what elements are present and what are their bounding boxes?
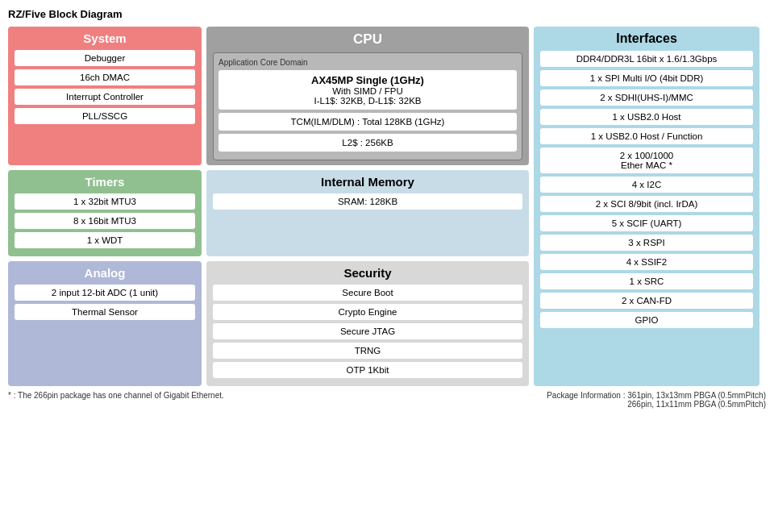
if-item-10: 4 x SSIF2 — [540, 254, 753, 270]
cpu-title: CPU — [213, 31, 522, 48]
security-block: Security Secure Boot Crypto Engine Secur… — [206, 261, 529, 386]
memory-item-0: SRAM: 128KB — [213, 193, 522, 210]
if-item-4: 1 x USB2.0 Host / Function — [540, 128, 753, 144]
cpu-l2: L2$ : 256KB — [218, 134, 517, 152]
timer-item-2: 1 x WDT — [15, 232, 195, 248]
memory-title: Internal Memory — [213, 175, 522, 189]
cpu-main-name: AX45MP Single (1GHz) — [223, 74, 512, 86]
system-item-pll: PLL/SSCG — [15, 108, 195, 124]
if-item-9: 3 x RSPI — [540, 235, 753, 251]
cpu-tcm: TCM(ILM/DLM) : Total 128KB (1GHz) — [218, 113, 517, 131]
if-item-11: 1 x SRC — [540, 273, 753, 289]
if-item-12: 2 x CAN-FD — [540, 293, 753, 309]
timer-item-1: 8 x 16bit MTU3 — [15, 213, 195, 229]
timer-item-0: 1 x 32bit MTU3 — [15, 193, 195, 210]
cpu-main-item: AX45MP Single (1GHz) With SIMD / FPU I-L… — [218, 70, 517, 110]
system-title: System — [15, 31, 195, 45]
analog-item-0: 2 input 12-bit ADC (1 unit) — [15, 285, 195, 301]
interfaces-title: Interfaces — [540, 31, 753, 46]
analog-block: Analog 2 input 12-bit ADC (1 unit) Therm… — [8, 261, 202, 386]
timers-block: Timers 1 x 32bit MTU3 8 x 16bit MTU3 1 x… — [8, 170, 202, 256]
footnote-right-line1: Package Information : 361pin, 13x13mm PB… — [547, 391, 766, 400]
security-item-1: Crypto Engine — [213, 304, 522, 320]
footnote-right-line2: 266pin, 11x11mm PBGA (0.5mmPitch) — [547, 400, 766, 409]
if-item-7: 2 x SCI 8/9bit (incl. IrDA) — [540, 196, 753, 212]
timers-title: Timers — [15, 175, 195, 189]
interfaces-block: Interfaces DDR4/DDR3L 16bit x 1.6/1.3Gbp… — [534, 27, 759, 386]
security-title: Security — [213, 266, 522, 280]
system-block: System Debugger 16ch DMAC Interrupt Cont… — [8, 27, 202, 165]
if-item-2: 2 x SDHI(UHS-I)/MMC — [540, 89, 753, 106]
if-item-5: 2 x 100/1000 Ether MAC * — [540, 148, 753, 173]
page-title: RZ/Five Block Diagram — [8, 8, 766, 20]
if-item-3: 1 x USB2.0 Host — [540, 109, 753, 125]
analog-title: Analog — [15, 266, 195, 280]
system-item-debugger: Debugger — [15, 50, 195, 66]
footnote-right: Package Information : 361pin, 13x13mm PB… — [547, 391, 766, 409]
if-item-1: 1 x SPI Multi I/O (4bit DDR) — [540, 70, 753, 86]
footnote: * : The 266pin package has one channel o… — [8, 391, 766, 409]
memory-block: Internal Memory SRAM: 128KB — [206, 170, 529, 256]
analog-item-1: Thermal Sensor — [15, 304, 195, 320]
if-item-6: 4 x I2C — [540, 177, 753, 193]
footnote-left: * : The 266pin package has one channel o… — [8, 391, 224, 409]
cpu-sub1: With SIMD / FPU — [223, 86, 512, 96]
security-item-0: Secure Boot — [213, 285, 522, 301]
cpu-inner: Application Core Domain AX45MP Single (1… — [213, 52, 522, 160]
system-item-dmac: 16ch DMAC — [15, 69, 195, 85]
security-item-2: Secure JTAG — [213, 323, 522, 339]
if-item-8: 5 x SCIF (UART) — [540, 215, 753, 231]
system-item-interrupt: Interrupt Controller — [15, 89, 195, 105]
cpu-sub2: I-L1$: 32KB, D-L1$: 32KB — [223, 96, 512, 106]
if-item-0: DDR4/DDR3L 16bit x 1.6/1.3Gbps — [540, 51, 753, 67]
security-item-3: TRNG — [213, 343, 522, 359]
if-item-13: GPIO — [540, 312, 753, 328]
security-item-4: OTP 1Kbit — [213, 362, 522, 378]
cpu-domain-label: Application Core Domain — [218, 58, 517, 67]
cpu-block: CPU Application Core Domain AX45MP Singl… — [206, 27, 529, 165]
